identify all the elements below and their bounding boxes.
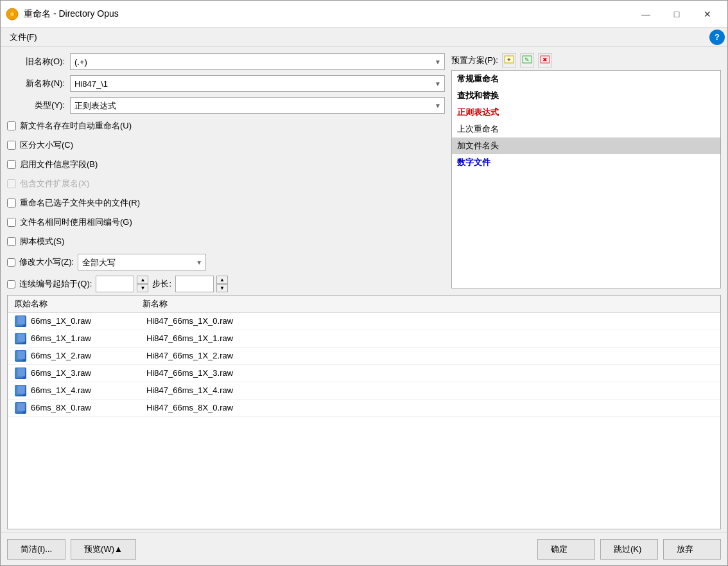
file-info-fields-label: 启用文件信息字段(B) (20, 159, 98, 170)
svg-rect-15 (17, 368, 25, 376)
maximize-button[interactable]: □ (662, 4, 691, 24)
file-list-body: 66ms_1X_0.raw Hi847_66ms_1X_0.raw 66ms_1… (8, 313, 720, 529)
svg-text:✦: ✦ (507, 57, 512, 63)
step-value-input[interactable]: 1 (175, 276, 214, 292)
file-old-name-2: 66ms_1X_2.raw (31, 351, 146, 360)
file-icon-0 (14, 315, 27, 328)
svg-rect-9 (17, 316, 25, 324)
file-icon-1 (14, 332, 27, 345)
file-menu[interactable]: 文件(F) (3, 29, 44, 46)
file-new-name-4: Hi847_66ms_1X_4.raw (146, 385, 233, 395)
modify-case-label: 修改大小写(Z): (19, 256, 74, 268)
title-text: 重命名 - Directory Opus (24, 8, 631, 20)
file-new-name-3: Hi847_66ms_1X_3.raw (146, 368, 233, 378)
include-extension-label: 包含文件扩展名(X) (20, 178, 89, 190)
preset-item-0[interactable]: 常规重命名 (452, 71, 720, 87)
old-name-row: 旧名称(O): (.+) ▼ (7, 53, 445, 70)
file-list-area: 原始名称 新名称 66ms_1X_0.raw Hi847_66ms_1X_ (7, 295, 721, 530)
sequence-row: 连续编号起始于(Q): 1 ▲ ▼ 步长: 1 ▲ ▼ (7, 276, 445, 292)
title-buttons: — □ ✕ (631, 4, 722, 24)
file-old-name-5: 66ms_8X_0.raw (31, 403, 146, 412)
start-increment-button[interactable]: ▲ (137, 276, 148, 284)
preset-new-button[interactable]: ✦ (502, 53, 516, 67)
help-button[interactable]: ? (709, 30, 725, 45)
preset-item-4[interactable]: 加文件名头 (452, 137, 720, 154)
step-spin-buttons: ▲ ▼ (216, 276, 228, 292)
file-icon-img-3 (15, 367, 26, 379)
file-new-name-2: Hi847_66ms_1X_2.raw (146, 351, 233, 360)
main-content: 旧名称(O): (.+) ▼ 新名称(N): Hi847_\1 ▼ (1, 47, 727, 295)
simple-button[interactable]: 简洁(I)... (7, 539, 65, 560)
close-button[interactable]: ✕ (693, 4, 722, 24)
svg-rect-13 (17, 351, 25, 359)
script-mode-checkbox[interactable] (7, 237, 16, 246)
file-icon-3 (14, 367, 27, 380)
file-new-name-0: Hi847_66ms_1X_0.raw (146, 316, 233, 326)
preset-list: 常规重命名 查找和替换 正则表达式 上次重命名 加文件名头 数字文件 (451, 70, 721, 288)
file-icon-img-2 (15, 350, 26, 362)
step-decrement-button[interactable]: ▼ (216, 284, 228, 292)
preset-delete-button[interactable]: ✖ (538, 53, 552, 67)
file-old-name-1: 66ms_1X_1.raw (31, 333, 146, 343)
file-row-1: 66ms_1X_1.raw Hi847_66ms_1X_1.raw (8, 330, 720, 348)
right-panel: 预置方案(P): ✦ ✎ ✖ (451, 53, 721, 288)
old-name-select[interactable]: (.+) (70, 53, 445, 70)
ok-button[interactable]: 确定 (537, 539, 595, 560)
file-list-section: 原始名称 新名称 66ms_1X_0.raw Hi847_66ms_1X_ (1, 295, 727, 533)
case-sensitive-label: 区分大小写(C) (20, 139, 73, 151)
file-row-5: 66ms_8X_0.raw Hi847_66ms_8X_0.raw (8, 400, 720, 417)
skip-button[interactable]: 跳过(K) (600, 539, 658, 560)
sequence-label: 连续编号起始于(Q): (19, 278, 92, 290)
svg-rect-19 (17, 403, 25, 411)
minimize-button[interactable]: — (631, 4, 661, 24)
file-row-3: 66ms_1X_3.raw Hi847_66ms_1X_3.raw (8, 365, 720, 382)
step-increment-button[interactable]: ▲ (216, 276, 228, 284)
file-row-0: 66ms_1X_0.raw Hi847_66ms_1X_0.raw (8, 313, 720, 330)
start-decrement-button[interactable]: ▼ (137, 284, 148, 292)
sequence-checkbox[interactable] (7, 280, 15, 288)
new-name-row: 新名称(N): Hi847_\1 ▼ (7, 75, 445, 92)
preset-item-5[interactable]: 数字文件 (452, 154, 720, 171)
presets-header: 预置方案(P): ✦ ✎ ✖ (451, 53, 721, 67)
file-old-name-4: 66ms_1X_4.raw (31, 385, 146, 395)
menu-right: ? (709, 30, 725, 45)
case-sensitive-checkbox[interactable] (7, 141, 16, 150)
type-row: 类型(Y): 正则表达式 ▼ (7, 97, 445, 114)
checkbox-row-0: 新文件名存在时自动重命名(U) (7, 119, 445, 133)
type-select-wrapper: 正则表达式 ▼ (70, 97, 445, 114)
cancel-button[interactable]: 放弃 (663, 539, 721, 560)
left-panel: 旧名称(O): (.+) ▼ 新名称(N): Hi847_\1 ▼ (7, 53, 445, 288)
app-icon (6, 8, 19, 21)
preset-edit-button[interactable]: ✎ (520, 53, 534, 67)
file-info-fields-checkbox[interactable] (7, 160, 16, 169)
file-new-name-1: Hi847_66ms_1X_1.raw (146, 333, 233, 343)
same-number-checkbox[interactable] (7, 218, 16, 227)
preset-item-3[interactable]: 上次重命名 (452, 121, 720, 137)
type-select[interactable]: 正则表达式 (70, 97, 445, 114)
preset-item-1[interactable]: 查找和替换 (452, 87, 720, 104)
header-original: 原始名称 (14, 298, 143, 310)
file-new-name-5: Hi847_66ms_8X_0.raw (146, 403, 233, 412)
case-select[interactable]: 全部大写 全部小写 首字母大写 (78, 254, 206, 270)
start-value-input[interactable]: 1 (96, 276, 134, 292)
new-name-select[interactable]: Hi847_\1 (70, 75, 445, 92)
menu-bar: 文件(F) ? (1, 28, 727, 47)
file-row-2: 66ms_1X_2.raw Hi847_66ms_1X_2.raw (8, 348, 720, 365)
file-icon-4 (14, 384, 27, 397)
auto-rename-checkbox[interactable] (7, 121, 16, 130)
auto-rename-label: 新文件名存在时自动重命名(U) (20, 120, 132, 132)
old-name-label: 旧名称(O): (7, 56, 65, 67)
preset-item-2[interactable]: 正则表达式 (452, 104, 720, 121)
modify-case-checkbox[interactable] (7, 258, 15, 267)
file-icon-5 (14, 402, 27, 414)
file-row-4: 66ms_1X_4.raw Hi847_66ms_1X_4.raw (8, 382, 720, 400)
old-name-select-wrapper: (.+) ▼ (70, 53, 445, 70)
rename-subfolders-checkbox[interactable] (7, 199, 16, 208)
type-label: 类型(Y): (7, 100, 65, 111)
preview-button[interactable]: 预览(W)▲ (71, 539, 136, 560)
file-icon-2 (14, 349, 27, 362)
header-new: 新名称 (143, 298, 168, 310)
case-row: 修改大小写(Z): 全部大写 全部小写 首字母大写 ▼ (7, 254, 445, 270)
title-bar: 重命名 - Directory Opus — □ ✕ (1, 1, 727, 28)
include-extension-checkbox[interactable] (7, 179, 16, 188)
